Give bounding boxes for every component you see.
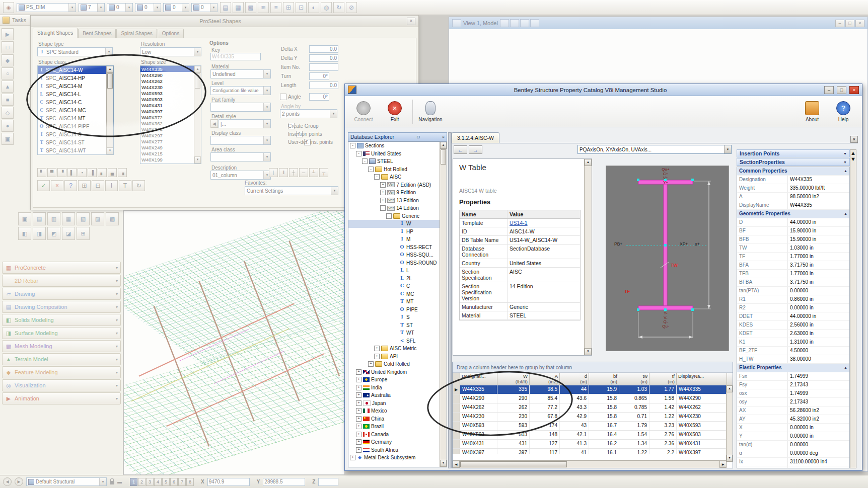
z-coordinate-field[interactable] [318,478,338,486]
chevron-down-icon[interactable]: ▾ [116,305,118,309]
panel-splitter[interactable] [448,132,452,468]
close-tab-icon[interactable]: × [850,136,858,143]
connect-button[interactable]: Connect [350,98,377,125]
place-plate-tool[interactable]: ▦ [62,212,75,225]
tree-item[interactable]: + Metal Deck Subsystem [348,454,440,462]
expander-icon[interactable]: + [368,361,374,367]
property-row[interactable]: osy 2.17343 [737,398,849,406]
tree-item[interactable]: + AISC Metric [348,345,440,353]
expander-icon[interactable]: + [356,369,361,375]
property-row[interactable]: tan(PTA) 0.00000 [737,287,849,295]
tree-item[interactable]: + Canada [348,431,440,439]
tree-item[interactable]: 2L [348,275,440,283]
property-row[interactable]: Designation W44X335 [737,176,849,184]
expander-icon[interactable]: - [374,174,380,180]
references-icon[interactable]: ▦ [233,2,244,13]
x-coordinate-field[interactable] [207,478,250,486]
description-combo[interactable]: 01_column▾ [210,171,271,180]
tree-item[interactable]: - Sections [348,142,440,150]
shape-class-item[interactable]: SPC_AISC14-MT [38,114,107,122]
shape-size-item[interactable]: W40X324 [140,126,194,132]
maximize-button[interactable]: □ [837,86,846,94]
shape-size-item[interactable]: W40X431 [140,102,194,108]
expander-icon[interactable]: - [350,143,355,148]
tree-item[interactable]: + Ver 7 Edition (ASD) [348,181,440,189]
property-row[interactable]: Section Specification AISC [460,268,580,282]
shape-size-list[interactable]: ▲▼ W44X335W44X290W44X262W44X230W40X593W4… [140,65,201,164]
property-row[interactable]: DisplayName W44X335 [737,201,849,210]
grid-column-header[interactable]: W(lbf/ft) [497,373,530,386]
insertion-left-button[interactable]: ▌ [67,168,77,177]
tree-item[interactable]: + Japan [348,399,440,408]
nav-forward-button[interactable]: → [469,145,482,154]
expander-icon[interactable]: + [356,432,361,437]
property-row[interactable]: osx 1.74999 [737,389,849,398]
property-row[interactable]: BFBA 3.71750 in [737,278,849,287]
property-row[interactable]: BFB 15.90000 in [737,235,849,244]
place-column-tool[interactable]: ▤ [33,212,46,225]
shape-size-item[interactable]: W40X249 [140,144,194,150]
tree-item[interactable]: HSS-RECT [348,243,440,252]
property-row[interactable]: α 0.00000 deg [737,449,849,458]
database-explorer-tree[interactable]: ▲▼ - Sections - United States - STEEL - [348,141,447,467]
expander-icon[interactable]: - [368,167,374,172]
expander-icon[interactable]: - [380,205,386,211]
tree-item[interactable]: - Generic [348,212,440,220]
expander-icon[interactable]: - [362,158,368,164]
pin-icon[interactable]: ⊡ [416,135,420,139]
property-row[interactable]: K1 1.31000 in [737,338,849,347]
tree-item[interactable]: + India [348,384,440,392]
shape-class-list[interactable]: ▲▼ SPC_AISC14-W SPC_AISC14-HP SPC_AISC14… [37,65,114,155]
level-manager-icon[interactable]: ≋ [258,2,269,13]
chevron-down-icon[interactable]: ▾ [116,292,118,296]
chevron-down-icon[interactable]: ▾ [116,383,118,388]
insertion-points-bar[interactable]: Insertion Points [737,149,850,157]
scrollbar[interactable]: ▲▼ [726,385,733,462]
tree-item[interactable]: C [348,282,440,290]
shape-size-item[interactable]: W40X199 [140,156,194,162]
view-toggle-6[interactable]: 6 [170,478,178,486]
shape-size-item[interactable]: W40X397 [140,108,194,114]
rotate-cross-button[interactable]: ┼ [289,168,298,177]
view-rotate-icon[interactable] [500,19,509,27]
grid-column-header[interactable]: d(in) [560,373,589,386]
shape-size-item[interactable]: W40X593 [140,90,194,96]
workmode-combo[interactable]: Default Structural▾ [26,477,107,486]
property-row[interactable]: ID AISC14-W [460,227,580,236]
grid-tool[interactable]: ▩ [106,212,119,225]
property-row[interactable]: tan(α) 0.00000 [737,441,849,449]
property-row[interactable]: DB Table Name US14-W_AISC14-W [460,236,580,245]
view-toggle-5[interactable]: 5 [162,478,170,486]
property-row[interactable]: KDES 2.56000 in [737,321,849,330]
axis-display-combo[interactable]: PQAxisOn, XYAxisOn, UVAxis...▾ [577,145,732,154]
minimize-button[interactable]: – [824,86,834,94]
back-icon[interactable]: ◀ [3,477,12,486]
angle-by-combo[interactable]: 2 points▾ [280,109,337,118]
property-row[interactable]: Ix 31100.00000 in4 [737,458,849,466]
material-combo[interactable]: Undefined▾ [210,69,271,78]
tree-item[interactable]: + Mexico [348,407,440,415]
align-top-button[interactable]: ┬ [319,168,328,177]
table-row[interactable]: W44X262 262 77.2 43.3 15.8 0.785 1.42 W4… [453,403,727,413]
property-row[interactable]: Fsx 1.74999 [737,372,849,381]
tree-item[interactable]: + China [348,415,440,423]
stair-tool[interactable]: ◨ [33,227,46,240]
grid-column-header[interactable]: bf(in) [589,373,619,386]
expander-icon[interactable]: + [356,392,361,398]
shape-size-item[interactable]: W40X215 [140,150,194,156]
update-icon[interactable]: ↻ [333,2,344,13]
tree-item[interactable]: SFL [348,337,440,345]
dialog-title-bar[interactable]: ProSteel Shapes × [31,16,418,27]
active-element-template-icon[interactable]: ◈ [3,2,14,13]
property-row[interactable]: Common Properties [737,167,849,176]
property-row[interactable]: Database Connection SectionDatabase [460,245,580,259]
shape-class-item[interactable]: SPC_AISC14-C [38,98,107,106]
forward-icon[interactable]: ▶ [15,477,23,486]
group-by-bar[interactable]: Drag a column header here to group by th… [453,362,733,373]
table-row[interactable]: W40X503 503 148 42.1 16.4 1.54 2.76 W40X… [453,431,727,440]
shape-class-item[interactable]: SPC_AISC14-S [38,130,107,138]
property-row[interactable]: Fsy 2.17343 [737,381,849,389]
view-toggle-8[interactable]: 8 [186,478,194,486]
mirror-horizontal-button[interactable]: ─ [299,168,308,177]
tree-item[interactable]: HSS-SQU... [348,251,440,259]
